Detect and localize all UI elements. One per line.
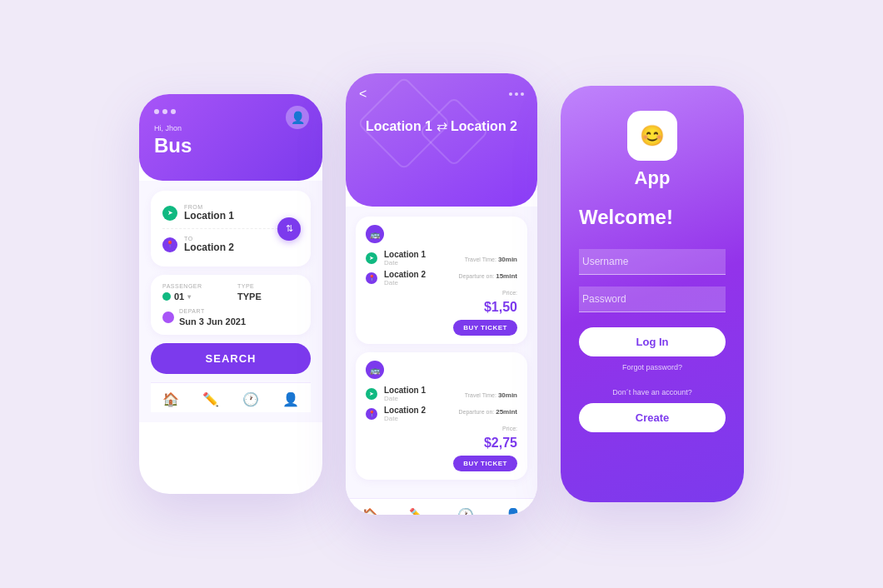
ticket-2-from: Location 1 — [384, 386, 426, 395]
nav-profile-icon[interactable]: 👤 — [282, 391, 299, 407]
username-input[interactable] — [579, 249, 726, 275]
nav2-clock-icon[interactable]: 🕐 — [457, 507, 474, 515]
depart-label: DEPART — [179, 308, 246, 314]
from-label: FROM — [184, 204, 234, 210]
ticket-2-bottom: BUY TICKET — [366, 456, 517, 471]
to-location: Location 2 — [184, 242, 234, 253]
create-account-button[interactable]: Create — [579, 403, 726, 432]
bottom-nav: 🏠 ✏️ 🕐 👤 — [151, 382, 311, 412]
ticket-2-right: Travel Time: 30min Departure on: 25mint … — [458, 386, 517, 451]
ticket-2-to: Location 2 — [384, 406, 426, 415]
screen1-header: 👤 Hi, Jhon Bus — [139, 94, 322, 181]
welcome-heading: Welcome! — [579, 206, 673, 229]
ticket-1-price: $1,50 — [484, 300, 517, 315]
nav-edit-icon[interactable]: ✏️ — [202, 391, 219, 407]
screen-2-ticket-list: < Location 1 ⇄ Location 2 🚌 — [346, 73, 537, 515]
screen2-header: < Location 1 ⇄ Location 2 — [346, 73, 537, 207]
ticket-1-left: ➤ Location 1 Date 📍 Location 2 Date — [366, 250, 453, 315]
ticket-1-main: ➤ Location 1 Date 📍 Location 2 Date — [366, 250, 517, 315]
dot-1 — [509, 92, 512, 96]
type-label: TYPE — [237, 283, 299, 289]
ticket-1-price-label: Price: — [502, 283, 517, 298]
dot-3 — [171, 109, 176, 114]
nav2-home-icon[interactable]: 🏠 — [362, 507, 378, 515]
forgot-password-link[interactable]: Forgot password? — [622, 363, 682, 371]
ticket-2-main: ➤ Location 1 Date 📍 Location 2 Date — [366, 386, 517, 451]
search-button[interactable]: SEARCH — [151, 343, 311, 374]
ticket-2-to-row: 📍 Location 2 Date — [366, 406, 453, 422]
type-field: TYPE TYPE — [237, 283, 299, 301]
dot-2 — [162, 109, 167, 114]
header-dots — [154, 109, 307, 114]
ticket-2-from-info: Location 1 Date — [384, 386, 426, 402]
ticket-2-from-row: ➤ Location 1 Date — [366, 386, 453, 402]
type-value: TYPE — [237, 292, 299, 301]
dot-3 — [521, 92, 524, 96]
app-logo-emoji: 😊 — [640, 124, 665, 147]
passenger-label: PASSENGER — [162, 283, 224, 289]
buy-ticket-button-1[interactable]: BUY TICKET — [453, 320, 517, 336]
bus-icon-1: 🚌 — [366, 225, 384, 243]
passenger-type-row: PASSENGER 01 ▾ TYPE TYPE — [162, 283, 299, 301]
origin-label: Location 1 — [366, 119, 432, 134]
header-top-row: < — [359, 87, 524, 102]
to-icon: 📍 — [162, 237, 177, 252]
user-avatar[interactable]: 👤 — [286, 106, 309, 129]
ticket-2-from-date: Date — [384, 395, 426, 402]
from-icon-1: ➤ — [366, 252, 377, 264]
route-swap-icon: ⇄ — [437, 118, 447, 134]
screen-3-login: 😊 App Welcome! Log In Forgot password? D… — [561, 86, 744, 502]
ticket-1-to: Location 2 — [384, 270, 426, 279]
route-display: Location 1 ⇄ Location 2 — [359, 118, 524, 134]
ticket-1-from-row: ➤ Location 1 Date — [366, 250, 453, 267]
location-card: ➤ FROM Location 1 📍 TO Location 2 ⇅ — [151, 191, 311, 267]
bus-icon-2: 🚌 — [366, 361, 384, 379]
to-icon-1: 📍 — [366, 272, 377, 284]
ticket-1-to-row: 📍 Location 2 Date — [366, 270, 453, 287]
screen3-body: 😊 App Welcome! Log In Forgot password? D… — [561, 86, 744, 452]
depart-icon — [162, 311, 174, 323]
trip-details-card: PASSENGER 01 ▾ TYPE TYPE — [151, 275, 311, 335]
depart-section: DEPART Sun 3 Jun 2021 — [179, 308, 246, 326]
greeting-text: Hi, Jhon — [154, 124, 307, 132]
login-button[interactable]: Log In — [579, 327, 726, 356]
to-row: 📍 TO Location 2 — [162, 232, 299, 257]
ticket-card-1: 🚌 ➤ Location 1 Date 📍 — [356, 217, 527, 344]
nav2-edit-icon[interactable]: ✏️ — [409, 507, 426, 515]
ticket-list-body: 🚌 ➤ Location 1 Date 📍 — [346, 207, 537, 498]
ticket-2-departure: Departure on: 25mint — [458, 402, 517, 417]
app-icon: 😊 — [627, 111, 677, 161]
from-location: Location 1 — [184, 210, 234, 222]
ticket-2-price: $2,75 — [484, 436, 517, 451]
swap-button[interactable]: ⇅ — [277, 217, 301, 241]
ticket-1-to-date: Date — [384, 279, 426, 287]
screen2-bottom-nav: 🏠 ✏️ 🕐 👤 — [346, 498, 537, 515]
ticket-1-to-info: Location 2 Date — [384, 270, 426, 287]
ticket-card-2: 🚌 ➤ Location 1 Date 📍 — [356, 352, 527, 480]
from-row: ➤ FROM Location 1 — [162, 201, 299, 225]
to-icon-2: 📍 — [366, 408, 377, 420]
buy-ticket-button-2[interactable]: BUY TICKET — [453, 456, 517, 471]
nav2-profile-icon[interactable]: 👤 — [505, 507, 521, 515]
depart-row: DEPART Sun 3 Jun 2021 — [162, 308, 299, 326]
passenger-value: 01 ▾ — [162, 292, 224, 301]
page-title: Bus — [154, 134, 307, 157]
nav-home-icon[interactable]: 🏠 — [162, 391, 179, 407]
passenger-dot-icon — [162, 292, 171, 301]
ticket-1-from-date: Date — [384, 259, 426, 267]
ticket-1-bottom: BUY TICKET — [366, 320, 517, 336]
passenger-field: PASSENGER 01 ▾ — [162, 283, 224, 301]
ticket-2-to-date: Date — [384, 415, 426, 422]
nav-clock-icon[interactable]: 🕐 — [242, 391, 259, 407]
from-section: FROM Location 1 — [184, 204, 234, 222]
header-dots — [509, 92, 524, 96]
ticket-1-travel-time: Travel Time: 30min — [465, 250, 517, 265]
password-input[interactable] — [579, 287, 726, 312]
back-button[interactable]: < — [359, 87, 367, 102]
passenger-expand[interactable]: ▾ — [187, 293, 191, 301]
dont-have-account-text: Don´t have an account? — [612, 388, 692, 396]
depart-value: Sun 3 Jun 2021 — [179, 316, 246, 326]
dot-2 — [515, 92, 518, 96]
ticket-1-from: Location 1 — [384, 250, 426, 259]
dot-1 — [154, 109, 159, 114]
